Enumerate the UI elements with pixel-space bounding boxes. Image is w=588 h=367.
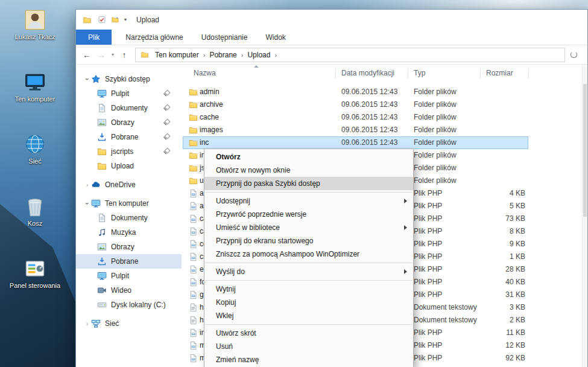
breadcrumb-item-pobrane[interactable]: Pobrane [206,51,239,59]
menu-item-wy-lij-do[interactable]: Wyślij do [204,265,413,278]
menu-item-umie-w-bibliotece[interactable]: Umieść w bibliotece [204,221,413,234]
sidebar-item-dokumenty[interactable]: Dokumenty [76,211,182,225]
menu-item-przypnij-do-ekranu-startowego[interactable]: Przypnij do ekranu startowego [204,234,413,247]
menu-item-label: Wklej [216,311,233,320]
tree-chevron-icon[interactable]: › [83,181,91,188]
sidebar-item-label: Muzyka [111,228,136,237]
menu-item-label: Przypnij do paska Szybki dostęp [216,179,320,188]
file-type: Folder plików [414,126,457,134]
up-button[interactable]: ↑ [117,50,131,60]
qat-properties-icon[interactable] [98,16,106,24]
desktop-icon-lukasz-tkacz[interactable]: Lukasz Tkacz [5,4,65,66]
disk-icon [97,300,107,310]
context-menu: OtwórzOtwórz w nowym okniePrzypnij do pa… [204,148,414,367]
sidebar-item-obrazy[interactable]: Obrazy [76,240,182,254]
column-divider[interactable] [480,68,481,78]
desktop-icon-sie[interactable]: Sieć [5,128,65,190]
menu-item-wytnij[interactable]: Wytnij [204,282,413,296]
sidebar-item-label: Pobrane [111,133,138,141]
file-row-inc[interactable]: inc09.06.2015 12:43Folder plików [183,136,528,149]
ribbon-tab-narz-dzia-g-wne[interactable]: Narzędzia główne [116,30,192,45]
ribbon-tab-widok[interactable]: Widok [256,30,294,45]
menu-item-udost-pnij[interactable]: Udostępnij [204,194,413,208]
php-icon [189,278,198,287]
file-date: 09.06.2015 12:43 [341,138,397,147]
folder-icon [189,176,198,185]
titlebar: ▾ Upload [76,10,587,30]
sidebar-item-muzyka[interactable]: Muzyka [76,225,182,240]
recent-locations-chevron-icon[interactable]: ▾ [109,52,117,57]
desktop-icon-panel-sterowania[interactable]: Panel sterowania [5,252,65,314]
breadcrumb-item-upload[interactable]: Upload [244,51,273,59]
column-header-typ[interactable]: Typ [414,69,425,77]
sidebar-item-obrazy[interactable]: Obrazy [76,115,182,130]
column-header-data-modyfikacji[interactable]: Data modyfikacji [341,69,394,77]
ribbon-tab-plik[interactable]: Plik [76,30,112,45]
breadcrumb-separator-icon[interactable]: › [273,51,278,59]
sidebar-item-pulpit[interactable]: Pulpit [76,269,182,283]
tree-chevron-icon[interactable]: › [84,200,91,208]
sidebar-item-szybki-dost-p[interactable]: ›Szybki dostęp [76,72,182,86]
sidebar-item-label: Obrazy [111,118,134,127]
file-row-admin[interactable]: admin09.06.2015 12:43Folder plików [183,86,528,98]
breadcrumb: Ten komputer›Pobrane›Upload› [152,51,278,59]
tree-chevron-icon[interactable]: › [83,320,91,327]
menu-item-przywr-poprzednie-wersje[interactable]: Przywróć poprzednie wersje [204,208,413,221]
file-row-archive[interactable]: archive09.06.2015 12:43Folder plików [183,98,528,111]
sidebar-item-pobrane[interactable]: Pobrane [76,130,182,144]
refresh-icon[interactable] [571,51,577,58]
sidebar-item-pobrane[interactable]: Pobrane [76,254,182,269]
file-row-images[interactable]: images09.06.2015 12:43Folder plików [183,124,528,136]
scrollbar-thumb[interactable] [583,84,587,217]
network-icon [91,319,101,328]
desktop-icon-kosz[interactable]: Kosz [5,190,65,252]
menu-item-utw-rz-skr-t[interactable]: Utwórz skrót [204,327,413,340]
menu-item-otw-rz-w-nowym-oknie[interactable]: Otwórz w nowym oknie [204,164,413,177]
sidebar-item-dysk-lokalny-c[interactable]: Dysk lokalny (C:) [76,298,182,312]
sidebar-item-sie[interactable]: ›Sieć [76,316,182,331]
qat-customize-chevron-icon[interactable]: ▾ [124,17,127,22]
file-type: Plik PHP [414,354,442,362]
menu-item-label: Utwórz skrót [216,329,256,337]
sidebar-item-pulpit[interactable]: Pulpit [76,86,182,101]
menu-separator [205,280,413,281]
menu-item-zmie-nazw[interactable]: Zmień nazwę [204,353,413,366]
menu-item-label: Otwórz w nowym oknie [216,166,290,174]
menu-item-kopiuj[interactable]: Kopiuj [204,296,413,309]
sidebar-item-jscripts[interactable]: jscripts [76,144,182,159]
breadcrumb-separator-icon[interactable]: › [202,51,207,59]
file-row-cache[interactable]: cache09.06.2015 12:43Folder plików [183,111,528,124]
address-bar[interactable]: Ten komputer›Pobrane›Upload› [135,48,565,62]
ribbon-tab-bar: PlikNarzędzia główneUdostępnianieWidok [76,30,587,45]
menu-item-przypnij-do-paska-szybki-dost-p[interactable]: Przypnij do paska Szybki dostęp [204,177,413,190]
sidebar-item-onedrive[interactable]: ›OneDrive [76,177,182,192]
computer-icon [24,71,46,94]
menu-item-usu[interactable]: Usuń [204,340,413,353]
breadcrumb-item-ten-komputer[interactable]: Ten komputer [152,51,202,59]
column-header-nazwa[interactable]: Nazwa [194,69,216,77]
sidebar-item-dokumenty[interactable]: Dokumenty [76,101,182,115]
ribbon-tab-udost-pnianie[interactable]: Udostępnianie [192,30,257,45]
back-button[interactable]: ← [80,50,94,60]
forward-button[interactable]: → [94,50,109,60]
file-size: 1 KB [474,252,525,261]
folder-icon [189,151,198,160]
column-divider[interactable] [335,68,336,78]
user-icon [24,8,46,31]
breadcrumb-separator-icon[interactable]: › [240,51,245,59]
menu-item-wklej[interactable]: Wklej [204,309,413,322]
recycle-icon [24,195,46,218]
column-divider[interactable] [408,68,408,78]
qat-new-folder-icon[interactable] [111,16,119,24]
vertical-scrollbar[interactable] [582,65,587,367]
column-header-rozmiar[interactable]: Rozmiar [486,69,513,77]
sidebar-item-wideo[interactable]: Wideo [76,283,182,298]
sidebar-item-upload[interactable]: Upload [76,159,182,173]
menu-item-otw-rz[interactable]: Otwórz [204,150,413,164]
desktop-icon-ten-komputer[interactable]: Ten komputer [5,66,65,128]
desktop-icon-label: Panel sterowania [10,282,60,290]
menu-item-zniszcz-za-pomoc-ashampoo-winoptimizer[interactable]: Zniszcz za pomocą Ashampoo WinOptimizer [204,247,413,261]
column-divider[interactable] [528,68,529,78]
sidebar-item-ten-komputer[interactable]: ›Ten komputer [76,196,182,211]
tree-chevron-icon[interactable]: › [84,75,91,83]
